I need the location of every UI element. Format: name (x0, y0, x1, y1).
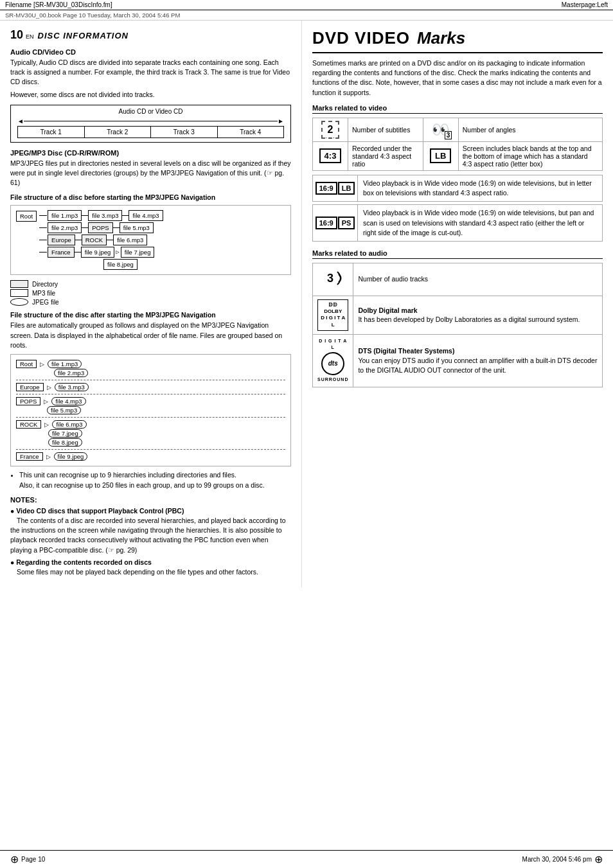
group-tree: Root ▷ file 1.mp3 file 2.mp3 Europe ▷ fi… (10, 354, 291, 466)
group-france-folder: France (16, 452, 43, 461)
bullet-list: This unit can recognise up to 9 hierarch… (19, 470, 291, 491)
track-2: Track 2 (85, 127, 152, 137)
bottom-date-label: March 30, 2004 5:46 pm (522, 856, 592, 863)
video-mark-row-2: 4:3 Recorded under the standard 4:3 aspe… (313, 141, 603, 170)
file-9jpeg: file 9.jpeg (81, 247, 115, 258)
file-4mp3: file 4.mp3 (129, 210, 163, 221)
group-pops-folder: POPS (16, 397, 40, 405)
ratio-43-description: Recorded under the standard 4:3 aspect r… (348, 141, 423, 170)
subheader-text: SR-MV30U_00.book Page 10 Tuesday, March … (5, 12, 180, 19)
group-file-2mp3: file 2.mp3 (54, 369, 88, 377)
dolby-top: 𝔻𝔻 DOLBY (321, 302, 345, 315)
dts-description: DTS (Digital Theater Systems) You can en… (353, 335, 603, 387)
wide-row-ps: 16:9 PS Video playback is in Wide video … (312, 204, 603, 242)
file-struct-heading: File structure of a disc before starting… (10, 193, 291, 201)
legend-mp3-label: MP3 file (32, 290, 55, 297)
group-europe-folder: Europe (16, 383, 44, 391)
file-struct2-heading: File structure of the disc after startin… (10, 311, 291, 319)
track-4: Track 4 (218, 127, 284, 137)
angles-num: 3 (445, 131, 452, 139)
notes-title: NOTES: (10, 496, 291, 504)
dts-surround-label: SURROUND (317, 376, 348, 383)
group-file-5mp3: file 5.mp3 (47, 406, 81, 414)
track-3: Track 3 (151, 127, 218, 137)
subtitle-description: Number of subtitles (348, 118, 423, 141)
legend-directory: Directory (10, 280, 291, 288)
bottom-bar: ⊕ Page 10 March 30, 2004 5:46 pm ⊕ (0, 850, 613, 868)
group-root-folder: Root (16, 360, 37, 368)
note-2-title: Regarding the contents recorded on discs (16, 558, 152, 566)
jpeg-para: MP3/JPEG files put in directories nested… (10, 159, 291, 188)
masterpage-label: Masterpage:Left (562, 1, 608, 8)
right-column: DVD VIDEO Marks Sometimes marks are prin… (302, 21, 613, 587)
dts-badge: D I G I T A L dts SURROUND (317, 338, 348, 382)
group-europe: Europe ▷ file 3.mp3 (16, 380, 285, 394)
surround-badge: 3 (319, 267, 346, 292)
dolby-icon-cell: 𝔻𝔻 DOLBY D I G I T A L (313, 296, 353, 335)
surround-icon-cell: 3 (313, 263, 353, 296)
dvd-title-part1: DVD VIDEO (312, 28, 410, 48)
europe-folder: Europe (48, 235, 75, 245)
dolby-badge: 𝔻𝔻 DOLBY D I G I T A L (317, 299, 348, 332)
wide-row-lb: 16:9 LB Video playback is in Wide video … (312, 175, 603, 202)
wide-ps-text: Video playback is in Wide video mode (16… (358, 205, 602, 241)
note-1: ● Video CD discs that support Playback C… (10, 506, 291, 555)
file-struct2-para: Files are automatically grouped as follo… (10, 321, 291, 350)
sub-header: SR-MV30U_00.book Page 10 Tuesday, March … (0, 10, 613, 21)
filename-label: Filename [SR-MV30U_03DiscInfo.fm] (5, 1, 112, 8)
lb-description: Screen includes black bands at the top a… (458, 141, 602, 170)
bottom-crosshair-left: ⊕ (10, 853, 19, 865)
angles-icon-cell: 👀 3 (423, 118, 458, 141)
group-rock: ROCK ▷ file 6.mp3 file 7.jpeg file 8.jpe… (16, 418, 285, 450)
lb-badge: LB (430, 148, 451, 163)
wide-lb-icon: 16:9 LB (313, 175, 358, 201)
w1-169: 16:9 (315, 182, 337, 195)
left-column: 10 EN DISC INFORMATION Audio CD/Video CD… (0, 21, 302, 587)
bottom-page-label: Page 10 (21, 856, 45, 863)
bottom-right: March 30, 2004 5:46 pm ⊕ (522, 853, 603, 865)
note-2: ● Regarding the contents recorded on dis… (10, 558, 291, 577)
dvd-intro: Sometimes marks are printed on a DVD dis… (312, 58, 603, 98)
dts-icon-cell: D I G I T A L dts SURROUND (313, 335, 353, 387)
wide-ps-badge: 16:9 PS (315, 217, 355, 229)
subtitle-badge: 2 · · · (321, 121, 340, 139)
legend-jpeg: JPEG file (10, 298, 291, 306)
note-1-title: Video CD discs that support Playback Con… (16, 507, 184, 515)
section-title: DISC INFORMATION (38, 31, 129, 40)
bottom-left: ⊕ Page 10 (10, 853, 45, 865)
marks-audio-heading: Marks related to audio (312, 249, 603, 259)
audio-cd-para1: Typically, Audio CD discs are divided in… (10, 58, 291, 87)
france-folder: France (48, 247, 75, 258)
video-marks-table-1: 2 · · · Number of subtitles 👀 3 Number o… (312, 118, 603, 171)
top-bar: Filename [SR-MV30U_03DiscInfo.fm] Master… (0, 0, 613, 10)
group-rock-file3: file 8.jpeg (46, 438, 285, 447)
pops-folder: POPS (88, 222, 112, 233)
legend-mp3: MP3 file (10, 289, 291, 297)
page-number: 10 (10, 28, 23, 42)
audio-mark-row-dts: D I G I T A L dts SURROUND DTS (Digital … (313, 335, 603, 387)
file-6mp3: file 6.mp3 (113, 235, 147, 245)
video-mark-row-1: 2 · · · Number of subtitles 👀 3 Number o… (313, 118, 603, 141)
bullet-1: This unit can recognise up to 9 hierarch… (19, 470, 291, 491)
jpeg-heading: JPEG/MP3 Disc (CD-R/RW/ROM) (10, 149, 291, 157)
dvd-title-part2: Marks (417, 28, 465, 48)
page-en: EN (26, 33, 34, 40)
wide-lb-text: Video playback is in Wide video mode (16… (358, 175, 602, 201)
dolby-description: Dolby Digital mark It has been developed… (353, 296, 603, 335)
group-file-4mp3: file 4.mp3 (51, 397, 85, 405)
angles-description: Number of angles (458, 118, 602, 141)
legend: Directory MP3 file JPEG file (10, 280, 291, 306)
file-5mp3: file 5.mp3 (120, 222, 154, 233)
wide-lb-badge: 16:9 LB (315, 182, 355, 195)
group-file-9jpeg: file 9.jpeg (54, 452, 88, 461)
svg-text:3: 3 (327, 272, 333, 285)
note-2-text: Some files may not be played back depend… (17, 568, 258, 576)
audio-mark-row-1: 3 Number of audio tracks (313, 263, 603, 296)
angles-badge: 👀 3 (432, 121, 449, 138)
group-pops-file2: file 5.mp3 (44, 406, 285, 414)
file-3mp3: file 3.mp3 (88, 210, 122, 221)
group-france-row: France ▷ file 9.jpeg (16, 452, 285, 461)
file-tree-1: Root file 1.mp3 file 3.mp3 file 4.mp3 (10, 205, 291, 276)
w1-169-ps: 16:9 (315, 217, 337, 229)
main-content: 10 EN DISC INFORMATION Audio CD/Video CD… (0, 21, 613, 587)
